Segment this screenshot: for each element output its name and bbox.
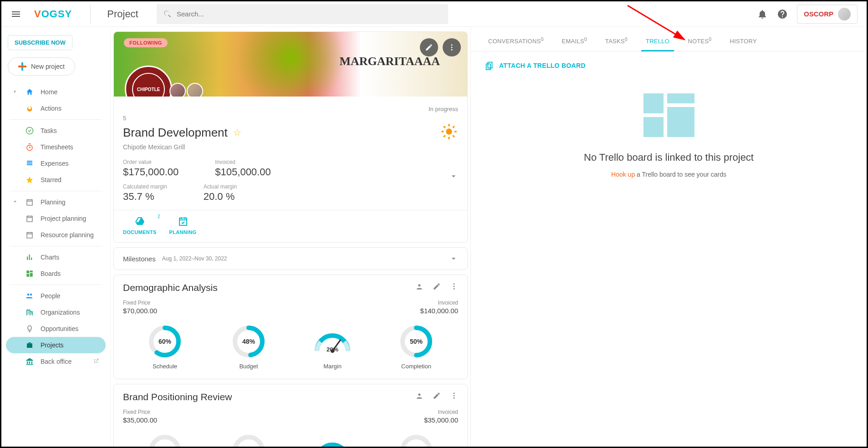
trello-empty-title: No Trello board is linked to this projec…: [489, 152, 848, 163]
user-avatar: [838, 8, 851, 20]
invoiced-amount: $140,000.00: [420, 307, 458, 315]
search-bar[interactable]: [157, 4, 448, 24]
org-name: OSCORP: [804, 10, 833, 18]
right-panel: CONVERSATIONS0 EMAILS0 TASKS0 TRELLO NOT…: [470, 27, 867, 447]
hookup-link[interactable]: Hook up: [611, 171, 635, 178]
nav-project-planning[interactable]: Project planning: [6, 210, 106, 227]
actual-margin: 20.0 %: [204, 191, 237, 203]
attach-icon: [485, 61, 495, 71]
invoiced-value: $105,000.00: [215, 166, 271, 178]
nav-planning[interactable]: Planning: [6, 194, 106, 210]
bulb-icon: [25, 324, 34, 333]
project-number: 5: [123, 115, 126, 122]
project-hero-card: FOLLOWING MARGARITAAAA CHIPOTLE 5: [113, 31, 468, 243]
external-link-icon: [93, 358, 99, 366]
tab-conversations[interactable]: CONVERSATIONS0: [479, 37, 553, 51]
assign-icon[interactable]: [414, 282, 424, 293]
new-project-label: New project: [31, 63, 65, 70]
plus-icon: [18, 62, 26, 71]
tab-tasks[interactable]: TASKS0: [596, 37, 637, 51]
chevron-right-icon: [12, 89, 18, 94]
tab-history[interactable]: HISTORY: [720, 38, 766, 51]
nav-people[interactable]: People: [6, 288, 106, 304]
nav-back-office[interactable]: Back office: [6, 353, 106, 370]
project-title: Brand Development: [123, 126, 228, 140]
edit-icon[interactable]: [433, 282, 441, 293]
calc-margin: 35.7 %: [123, 191, 167, 203]
trello-empty-graphic: [643, 93, 694, 137]
svg-point-16: [454, 286, 455, 287]
section-title: Demographic Analysis: [123, 282, 218, 293]
nav-tasks[interactable]: Tasks: [6, 122, 106, 139]
calendar-check-icon: [178, 216, 189, 227]
search-icon: [163, 10, 172, 19]
milestones-card[interactable]: Milestones Aug 1, 2022–Nov 30, 2022: [113, 247, 468, 270]
more-button[interactable]: [443, 38, 461, 56]
section-brand-positioning: Brand Positioning Review Fixed PriceInvo…: [113, 384, 468, 447]
calendar-icon: [25, 198, 34, 207]
home-icon: [25, 87, 34, 97]
svg-point-6: [446, 128, 452, 134]
donut-budget: 48%: [231, 324, 266, 359]
fixed-price: $35,000.00: [123, 416, 157, 424]
tab-notes[interactable]: NOTES0: [679, 37, 720, 51]
svg-line-11: [444, 126, 445, 128]
bell-icon[interactable]: [757, 9, 768, 20]
svg-line-14: [453, 126, 454, 128]
donut-budget: 0%: [231, 433, 266, 447]
gauge-margin: 0%: [312, 433, 352, 447]
hamburger-menu-icon[interactable]: [10, 9, 21, 20]
edit-button[interactable]: [420, 38, 438, 56]
nav-organizations[interactable]: Organizations: [6, 304, 106, 321]
edit-icon[interactable]: [433, 392, 441, 402]
calendar-icon: [25, 214, 34, 223]
people-icon: [25, 291, 34, 300]
documents-button[interactable]: 2 DOCUMENTS: [123, 216, 157, 235]
drive-icon: [134, 216, 145, 227]
attach-trello-button[interactable]: ATTACH A TRELLO BOARD: [471, 51, 867, 80]
svg-line-12: [453, 135, 454, 137]
planning-button[interactable]: PLANNING: [169, 216, 197, 235]
more-icon[interactable]: [450, 392, 458, 402]
nav-resource-planning[interactable]: Resource planning: [6, 227, 106, 243]
order-value: $175,000.00: [123, 166, 179, 178]
svg-point-27: [454, 395, 455, 397]
check-icon: [25, 126, 34, 135]
new-project-button[interactable]: New project: [8, 57, 75, 76]
tab-emails[interactable]: EMAILS0: [553, 37, 596, 51]
briefcase-icon: [25, 341, 34, 350]
assign-icon[interactable]: [414, 392, 424, 402]
nav-actions[interactable]: Actions: [6, 100, 106, 117]
nav-expenses[interactable]: Expenses: [6, 155, 106, 172]
search-input[interactable]: [177, 10, 442, 18]
subscribe-button[interactable]: SUBSCRIBE NOW: [8, 35, 72, 50]
bank-icon: [25, 357, 34, 366]
star-toggle[interactable]: ☆: [233, 127, 241, 138]
svg-point-26: [454, 392, 455, 394]
nav-charts[interactable]: Charts: [6, 249, 106, 265]
nav-home[interactable]: Home: [6, 84, 106, 100]
star-icon: [25, 175, 34, 184]
nav-timesheets[interactable]: Timesheets: [6, 139, 106, 155]
board-icon: [25, 269, 34, 278]
calendar-icon: [25, 230, 34, 239]
fixed-price: $70,000.00: [123, 307, 157, 315]
svg-point-15: [454, 283, 455, 285]
nav-starred[interactable]: Starred: [6, 172, 106, 188]
nav-projects[interactable]: Projects: [6, 337, 106, 353]
logo: VOGSY: [34, 8, 72, 20]
chevron-down-icon: [12, 199, 18, 204]
trello-empty-sub: Hook up a Trello board to see your cards: [489, 171, 848, 178]
project-status: In progress: [429, 106, 458, 112]
nav-opportunities[interactable]: Opportunities: [6, 321, 106, 337]
hero-image: FOLLOWING MARGARITAAAA CHIPOTLE: [114, 32, 467, 97]
tab-trello[interactable]: TRELLO: [637, 38, 679, 51]
svg-point-4: [451, 47, 453, 48]
donut-completion: 50%: [398, 324, 434, 359]
nav-boards[interactable]: Boards: [6, 265, 106, 282]
help-icon[interactable]: [777, 9, 788, 20]
expand-chevron[interactable]: [449, 172, 458, 183]
more-icon[interactable]: [450, 282, 458, 293]
org-chip[interactable]: OSCORP: [797, 5, 858, 24]
svg-rect-2: [18, 66, 26, 67]
